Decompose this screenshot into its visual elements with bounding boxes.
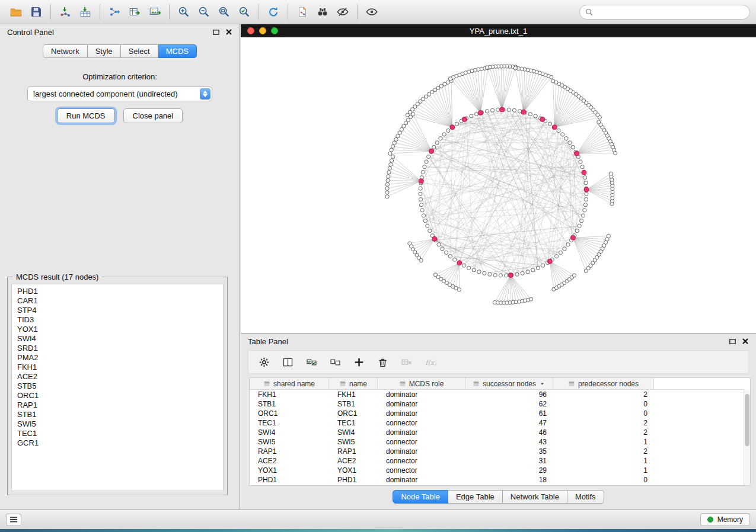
mcds-result-item[interactable]: FKH1: [17, 363, 218, 372]
share-document-button[interactable]: [292, 2, 312, 21]
apply-layout-button[interactable]: [263, 2, 283, 21]
show-graphics-details-button[interactable]: [333, 2, 353, 21]
cell-predecessors: 2: [553, 390, 654, 399]
table-scrollbar[interactable]: [744, 390, 750, 485]
task-history-button[interactable]: [6, 514, 21, 526]
float-panel-icon[interactable]: [212, 28, 220, 36]
node-table: shared namenameMCDS rolesuccessor nodesp…: [249, 377, 751, 486]
mcds-result-item[interactable]: SWI4: [17, 334, 218, 344]
sort-icon: [473, 380, 480, 387]
cell-role: dominator: [378, 475, 465, 485]
mcds-result-item[interactable]: GCR1: [17, 438, 218, 448]
export-table-button[interactable]: [125, 2, 145, 21]
table-row[interactable]: SWI5SWI5connector431: [250, 437, 744, 447]
window-close-icon[interactable]: [247, 27, 254, 34]
scrollbar-thumb[interactable]: [745, 394, 749, 446]
tab-node-table[interactable]: Node Table: [393, 490, 448, 504]
column-header-shared-name[interactable]: shared name: [250, 378, 329, 389]
show-hide-panel-icon: [365, 5, 378, 18]
close-panel-button[interactable]: Close panel: [123, 108, 183, 123]
export-image-button[interactable]: [145, 2, 165, 21]
mcds-result-item[interactable]: ACE2: [17, 372, 218, 382]
mcds-result-item[interactable]: STB1: [17, 410, 218, 419]
table-settings-button[interactable]: [258, 356, 270, 368]
tab-network-table[interactable]: Network Table: [503, 490, 567, 504]
show-hide-panel-button[interactable]: [362, 2, 382, 21]
float-table-panel-icon[interactable]: [729, 338, 736, 345]
column-header-name[interactable]: name: [329, 378, 378, 389]
mcds-result-list[interactable]: PHD1CAR1STP4TID3YOX1SWI4SRD1PMA2FKH1ACE2…: [11, 284, 224, 491]
cell-name: ORC1: [329, 409, 378, 418]
mcds-result-item[interactable]: STP4: [17, 306, 218, 315]
mcds-result-item[interactable]: PMA2: [17, 353, 218, 363]
table-row[interactable]: SWI4SWI4dominator462: [250, 428, 744, 437]
table-row[interactable]: FKH1FKH1dominator962: [250, 390, 744, 399]
cell-successors: 61: [465, 409, 553, 418]
table-row[interactable]: STB1STB1dominator620: [250, 399, 744, 409]
status-bar: Memory: [0, 509, 756, 529]
cell-successors: 46: [465, 428, 553, 437]
mcds-result-item[interactable]: YOX1: [17, 325, 218, 334]
cell-role: connector: [378, 456, 465, 466]
save-session-button[interactable]: [26, 2, 46, 21]
tab-style[interactable]: Style: [88, 44, 121, 58]
window-minimize-icon[interactable]: [259, 27, 266, 34]
svg-text:f(x): f(x): [425, 358, 436, 366]
zoom-selected-icon: [238, 5, 251, 18]
mcds-result-item[interactable]: TEC1: [17, 429, 218, 438]
import-network-button[interactable]: [55, 2, 75, 21]
select-all-button[interactable]: [305, 356, 318, 368]
mcds-result-item[interactable]: RAP1: [17, 400, 218, 410]
deselect-all-button[interactable]: [329, 356, 342, 368]
search-network-button[interactable]: [312, 2, 333, 21]
close-panel-icon[interactable]: [225, 28, 232, 36]
mcds-result-item[interactable]: SRD1: [17, 344, 218, 353]
tab-edge-table[interactable]: Edge Table: [448, 490, 503, 504]
column-header-predecessor-nodes[interactable]: predecessor nodes: [553, 378, 654, 389]
tab-select[interactable]: Select: [121, 44, 158, 58]
function-builder-button: f(x): [424, 356, 436, 368]
table-row[interactable]: TEC1TEC1connector472: [250, 418, 744, 428]
column-header-MCDS-role[interactable]: MCDS role: [378, 378, 465, 389]
tab-network[interactable]: Network: [43, 44, 88, 58]
mcds-result-item[interactable]: ORC1: [17, 391, 218, 400]
run-mcds-button[interactable]: Run MCDS: [57, 108, 115, 123]
import-table-button[interactable]: [75, 2, 95, 21]
window-zoom-icon[interactable]: [271, 27, 278, 34]
table-row[interactable]: YOX1YOX1connector291: [250, 466, 744, 475]
column-header-successor-nodes[interactable]: successor nodes: [465, 378, 553, 389]
memory-button[interactable]: Memory: [700, 513, 750, 526]
cell-name: ACE2: [329, 456, 378, 466]
open-session-button[interactable]: [6, 2, 26, 21]
mcds-result-item[interactable]: CAR1: [17, 296, 218, 306]
mcds-result-item[interactable]: TID3: [17, 315, 218, 325]
mcds-action-buttons: Run MCDS Close panel: [0, 108, 240, 123]
zoom-fit-button[interactable]: [214, 2, 234, 21]
table-panel-header: Table Panel: [241, 334, 756, 349]
network-titlebar: YPA_prune.txt_1: [241, 24, 756, 37]
cell-successors: 35: [465, 447, 553, 456]
search-input[interactable]: [596, 8, 744, 16]
delete-column-button[interactable]: [377, 356, 389, 368]
cell-role: dominator: [378, 409, 465, 418]
mcds-result-item[interactable]: STB5: [17, 382, 218, 391]
table-row[interactable]: PHD1PHD1dominator180: [250, 475, 744, 485]
table-row[interactable]: ACE2ACE2connector311: [250, 456, 744, 466]
table-toolbar: f(x): [248, 350, 749, 374]
mcds-result-item[interactable]: SWI5: [17, 419, 218, 429]
zoom-in-button[interactable]: [174, 2, 194, 21]
table-row[interactable]: RAP1RAP1dominator352: [250, 447, 744, 456]
tab-mcds[interactable]: MCDS: [158, 44, 197, 58]
mcds-result-item[interactable]: PHD1: [17, 287, 218, 296]
table-row[interactable]: ORC1ORC1dominator610: [250, 409, 744, 418]
tab-motifs[interactable]: Motifs: [567, 490, 604, 504]
network-canvas[interactable]: [241, 37, 756, 333]
show-columns-button[interactable]: [282, 356, 294, 368]
add-column-button[interactable]: [353, 356, 365, 368]
criterion-select[interactable]: largest connected component (undirected): [27, 86, 212, 101]
close-table-panel-icon[interactable]: [742, 338, 749, 345]
zoom-out-button[interactable]: [194, 2, 214, 21]
toolbar-separator: [50, 4, 51, 20]
zoom-selected-button[interactable]: [234, 2, 254, 21]
export-network-button[interactable]: [104, 2, 125, 21]
